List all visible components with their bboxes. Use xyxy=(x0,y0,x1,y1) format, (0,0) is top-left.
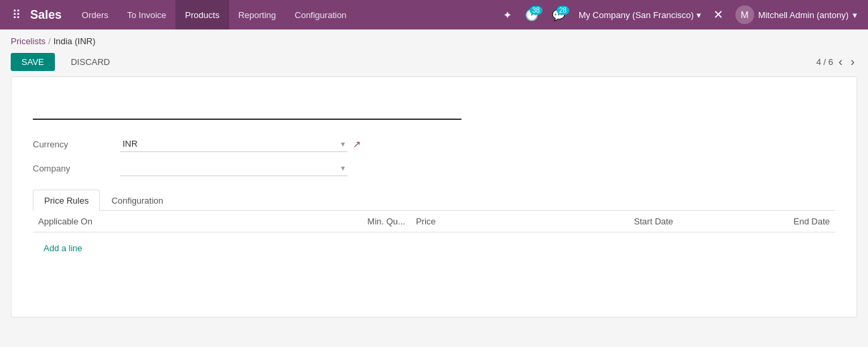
settings-icon: ✦ xyxy=(503,9,512,21)
breadcrumb-parent[interactable]: Pricelists xyxy=(11,36,46,46)
chat-icon-btn[interactable]: 💬 28 xyxy=(547,6,571,24)
breadcrumb-current: India (INR) xyxy=(54,36,96,46)
main-menu: Orders To Invoice Products Reporting Con… xyxy=(72,0,498,29)
company-chevron-icon: ▾ xyxy=(697,10,701,20)
topnav-right: ✦ 🕐 38 💬 28 My Company (San Francisco) ▾… xyxy=(498,5,863,24)
currency-field-value: INR USD EUR ▾ ↗ xyxy=(120,136,361,152)
currency-field-row: Currency INR USD EUR ▾ ↗ xyxy=(33,136,835,152)
user-menu[interactable]: M Mitchell Admin (antony) ▾ xyxy=(730,5,863,24)
grid-icon[interactable]: ⠿ xyxy=(5,7,27,22)
tab-price-rules[interactable]: Price Rules xyxy=(33,190,100,211)
brand-name[interactable]: Sales xyxy=(27,8,72,22)
pager-prev-button[interactable]: ‹ xyxy=(836,54,845,70)
add-line-row: Add a line xyxy=(33,232,835,265)
main-form-card: Currency INR USD EUR ▾ ↗ Company My Comp… xyxy=(11,76,857,318)
form-toolbar: SAVE DISCARD 4 / 6 ‹ › xyxy=(0,50,868,76)
menu-to-invoice[interactable]: To Invoice xyxy=(118,0,176,29)
pager: 4 / 6 ‹ › xyxy=(816,54,857,70)
tab-configuration[interactable]: Configuration xyxy=(100,190,174,211)
menu-reporting[interactable]: Reporting xyxy=(229,0,285,29)
company-select-wrap: My Company (San Francisco) ▾ xyxy=(120,160,348,176)
breadcrumb-separator: / xyxy=(48,36,51,46)
menu-products[interactable]: Products xyxy=(175,0,228,29)
company-selector[interactable]: My Company (San Francisco) ▾ xyxy=(573,10,707,20)
breadcrumb: Pricelists / India (INR) xyxy=(0,29,868,50)
user-name: Mitchell Admin (antony) xyxy=(758,10,849,20)
company-field-value: My Company (San Francisco) ▾ xyxy=(120,160,348,176)
company-field-row: Company My Company (San Francisco) ▾ xyxy=(33,160,835,176)
currency-select-wrap: INR USD EUR ▾ xyxy=(120,136,348,152)
pager-info: 4 / 6 xyxy=(816,57,833,67)
currency-label: Currency xyxy=(33,139,120,149)
settings-icon-btn[interactable]: ✦ xyxy=(498,6,517,24)
chat-badge: 28 xyxy=(557,6,569,15)
clock-icon-btn[interactable]: 🕐 38 xyxy=(520,6,544,24)
col-end-date: End Date xyxy=(678,211,835,232)
col-applicable-on: Applicable On xyxy=(33,211,249,232)
currency-external-link-button[interactable]: ↗ xyxy=(353,139,361,149)
avatar: M xyxy=(735,5,754,24)
company-select[interactable]: My Company (San Francisco) xyxy=(120,160,348,176)
col-price: Price xyxy=(411,211,512,232)
clock-badge: 38 xyxy=(530,6,542,15)
save-button[interactable]: SAVE xyxy=(11,53,55,71)
add-line-button[interactable]: Add a line xyxy=(38,238,88,259)
col-start-date: Start Date xyxy=(512,211,678,232)
company-label: Company xyxy=(33,163,120,174)
record-name[interactable] xyxy=(33,93,461,120)
discard-button[interactable]: DISCARD xyxy=(60,53,121,71)
tab-bar: Price Rules Configuration xyxy=(33,190,835,211)
user-chevron-icon: ▾ xyxy=(853,10,857,20)
menu-orders[interactable]: Orders xyxy=(72,0,118,29)
company-name: My Company (San Francisco) xyxy=(579,10,694,20)
currency-select[interactable]: INR USD EUR xyxy=(120,136,348,152)
pager-next-button[interactable]: › xyxy=(848,54,857,70)
price-rules-table: Applicable On Min. Qu... Price Start Dat… xyxy=(33,211,835,264)
menu-configuration[interactable]: Configuration xyxy=(285,0,356,29)
col-min-qty: Min. Qu... xyxy=(249,211,411,232)
close-icon-btn[interactable]: ✕ xyxy=(709,7,727,22)
top-navigation: ⠿ Sales Orders To Invoice Products Repor… xyxy=(0,0,868,29)
